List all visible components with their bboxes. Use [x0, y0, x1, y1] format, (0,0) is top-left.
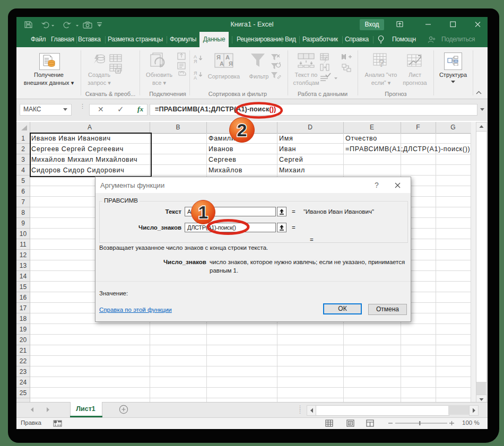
svg-text:2: 2 [237, 120, 247, 140]
svg-text:1: 1 [198, 203, 208, 222]
